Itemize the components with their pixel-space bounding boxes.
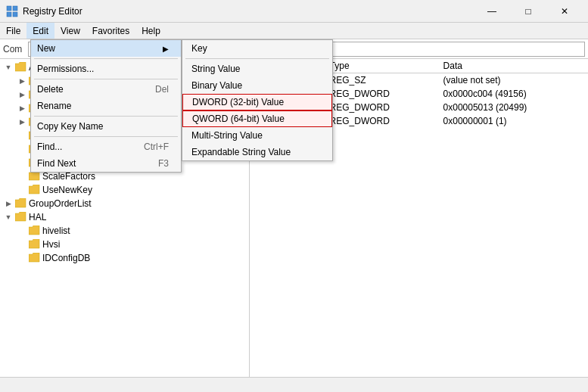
edit-menu-find[interactable]: Find... Ctrl+F — [31, 138, 181, 155]
edit-menu-delete-label: Delete — [37, 84, 64, 95]
separator — [34, 136, 178, 137]
row-data: 0x00005013 (20499) — [437, 101, 588, 114]
findnext-shortcut: F3 — [158, 158, 169, 169]
svg-rect-0 — [7, 6, 11, 11]
list-item[interactable]: UseNewKey — [0, 183, 249, 197]
menu-view[interactable]: View — [54, 23, 86, 39]
edit-menu-permissions-label: Permissions... — [37, 64, 94, 74]
address-label: Com — [3, 44, 25, 54]
close-button[interactable]: ✕ — [547, 0, 582, 23]
find-shortcut: Ctrl+F — [144, 142, 169, 152]
expand-icon: ▶ — [3, 198, 14, 209]
edit-menu-delete[interactable]: Delete Del — [31, 81, 181, 98]
list-item[interactable]: Hvsi — [0, 238, 249, 251]
row-data: 0x0000c004 (49156) — [437, 87, 588, 101]
expand-icon: ▶ — [17, 103, 27, 114]
expand-icon — [17, 226, 27, 236]
new-submenu: Key String Value Binary Value DWORD (32-… — [182, 39, 333, 161]
minimize-button[interactable]: — — [474, 0, 509, 23]
row-type: REG_DWORD — [324, 114, 437, 128]
new-submenu-stringvalue[interactable]: String Value — [182, 61, 332, 77]
expand-icon — [17, 239, 27, 250]
edit-menu-permissions[interactable]: Permissions... — [31, 61, 181, 77]
expand-icon — [17, 144, 27, 154]
tree-label: HAL — [29, 212, 46, 222]
delete-shortcut: Del — [155, 84, 169, 95]
folder-icon — [29, 185, 41, 195]
expand-icon: ▶ — [17, 76, 27, 86]
status-bar — [0, 377, 588, 392]
new-submenu-qword64[interactable]: QWORD (64-bit) Value — [182, 110, 332, 127]
separator — [185, 58, 329, 59]
edit-menu-new[interactable]: New ▶ — [31, 40, 181, 57]
separator — [34, 116, 178, 117]
list-item[interactable]: hivelist — [0, 224, 249, 238]
title-text: Registry Editor — [23, 6, 82, 17]
list-item[interactable]: ▶ GroupOrderList — [0, 197, 249, 210]
menu-file[interactable]: File — [0, 23, 26, 39]
expand-icon: ▼ — [3, 212, 14, 222]
expand-icon — [17, 157, 27, 168]
menu-favorites[interactable]: Favorites — [86, 23, 135, 39]
edit-menu-new-label: New — [37, 43, 55, 54]
row-type: REG_DWORD — [324, 101, 437, 114]
edit-menu-findnext-label: Find Next — [37, 158, 76, 169]
folder-icon — [15, 198, 27, 209]
tree-label: Hvsi — [42, 239, 60, 250]
tree-label: GroupOrderList — [29, 198, 92, 209]
new-submenu-key[interactable]: Key — [182, 40, 332, 57]
folder-icon — [15, 62, 27, 73]
edit-menu-copykeyname-label: Copy Key Name — [37, 121, 103, 132]
tree-label: UseNewKey — [42, 185, 92, 195]
row-type: REG_SZ — [324, 73, 437, 87]
new-submenu-dword32[interactable]: DWORD (32-bit) Value — [182, 94, 332, 110]
tree-label: IDConfigDB — [42, 253, 90, 263]
edit-menu-findnext[interactable]: Find Next F3 — [31, 155, 181, 172]
new-submenu-multistring[interactable]: Multi-String Value — [182, 127, 332, 144]
new-submenu-binaryvalue-label: Binary Value — [191, 80, 242, 91]
expand-icon — [17, 171, 27, 182]
folder-icon — [15, 212, 27, 222]
edit-menu-rename-label: Rename — [37, 101, 71, 111]
new-submenu-key-label: Key — [191, 43, 207, 54]
edit-menu-find-label: Find... — [37, 142, 62, 152]
menu-help[interactable]: Help — [135, 23, 166, 39]
title-bar: Registry Editor — □ ✕ — [0, 0, 588, 23]
new-submenu-expandable-label: Expandable String Value — [191, 147, 291, 157]
expand-icon — [17, 130, 27, 141]
separator — [34, 58, 178, 59]
expand-icon: ▶ — [17, 117, 27, 127]
new-submenu-multistring-label: Multi-String Value — [191, 130, 263, 141]
new-submenu-dword32-label: DWORD (32-bit) Value — [192, 97, 284, 107]
folder-icon — [29, 226, 41, 236]
title-controls: — □ ✕ — [474, 0, 582, 23]
app-icon — [6, 5, 18, 17]
folder-icon — [29, 171, 41, 182]
expand-icon — [17, 185, 27, 195]
row-type: REG_DWORD — [324, 87, 437, 101]
row-data: (value not set) — [437, 73, 588, 87]
submenu-arrow-icon: ▶ — [163, 45, 169, 53]
folder-icon — [29, 253, 41, 263]
menu-bar: File Edit View Favorites Help — [0, 23, 588, 39]
row-data: 0x00000001 (1) — [437, 114, 588, 128]
expand-icon: ▼ — [3, 62, 14, 73]
col-type: Type — [324, 59, 437, 73]
tree-label: hivelist — [42, 226, 70, 236]
new-submenu-stringvalue-label: String Value — [191, 64, 240, 74]
col-data: Data — [437, 59, 588, 73]
new-submenu-binaryvalue[interactable]: Binary Value — [182, 77, 332, 94]
menu-edit[interactable]: Edit — [26, 23, 54, 39]
expand-icon: ▶ — [17, 89, 27, 100]
maximize-button[interactable]: □ — [511, 0, 546, 23]
svg-rect-3 — [13, 12, 17, 17]
list-item[interactable]: IDConfigDB — [0, 251, 249, 265]
tree-label: ScaleFactors — [42, 171, 95, 182]
separator — [34, 79, 178, 79]
expand-icon — [17, 253, 27, 263]
edit-menu-copykeyname[interactable]: Copy Key Name — [31, 118, 181, 135]
edit-menu-rename[interactable]: Rename — [31, 98, 181, 114]
svg-rect-1 — [13, 6, 17, 11]
new-submenu-expandable[interactable]: Expandable String Value — [182, 144, 332, 160]
list-item[interactable]: ▼ HAL — [0, 210, 249, 224]
